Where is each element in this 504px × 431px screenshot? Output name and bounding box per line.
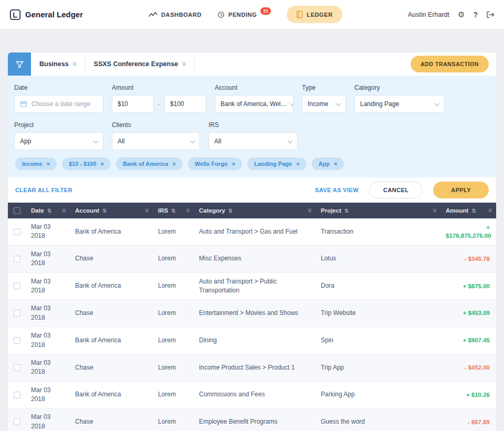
column-menu-icon[interactable]: ≡ bbox=[145, 207, 149, 214]
drag-handle-icon: ≡ bbox=[73, 60, 77, 68]
row-checkbox[interactable] bbox=[14, 228, 20, 235]
tab-separator bbox=[194, 59, 195, 69]
chip-remove-icon[interactable]: × bbox=[232, 161, 235, 167]
select-all-checkbox[interactable] bbox=[14, 207, 20, 214]
irs-label: IRS bbox=[208, 121, 298, 129]
row-checkbox[interactable] bbox=[14, 282, 20, 289]
clients-select[interactable]: All bbox=[112, 132, 200, 150]
cell-category: Employee Benefit Programs bbox=[194, 413, 316, 430]
apply-button[interactable]: APPLY bbox=[433, 182, 489, 198]
calendar-icon bbox=[20, 100, 27, 108]
sort-icon[interactable]: ⇅ bbox=[228, 208, 233, 214]
table-row: Mar 03 2018ChaseLoremEmployee Benefit Pr… bbox=[8, 408, 496, 431]
row-checkbox-cell bbox=[8, 364, 26, 371]
cell-account: Bank of America bbox=[70, 277, 153, 295]
table-row: Mar 03 2018Bank of AmericaLoremCommissio… bbox=[8, 382, 496, 409]
sort-icon[interactable]: ⇅ bbox=[102, 208, 107, 214]
cell-irs: Lorem bbox=[153, 332, 194, 349]
row-checkbox[interactable] bbox=[14, 310, 20, 317]
filter-chip[interactable]: Landing Page× bbox=[247, 157, 307, 170]
cancel-button[interactable]: CANCEL bbox=[369, 182, 423, 198]
nav-dashboard[interactable]: DASHBOARD bbox=[149, 12, 202, 18]
project-select[interactable]: App bbox=[14, 132, 103, 150]
help-icon[interactable]: ? bbox=[473, 10, 478, 19]
row-checkbox-cell bbox=[8, 392, 26, 398]
column-menu-icon[interactable]: ≡ bbox=[186, 207, 190, 214]
view-tab-business[interactable]: Business ≡ bbox=[31, 60, 85, 68]
save-as-view-link[interactable]: SAVE AS VIEW bbox=[315, 187, 359, 193]
column-header-date[interactable]: Date⇅≡ bbox=[26, 207, 70, 214]
column-header-project[interactable]: Project⇅≡ bbox=[316, 207, 440, 214]
clear-all-filter-link[interactable]: CLEAR ALL FILTER bbox=[15, 187, 72, 193]
sort-icon[interactable]: ⇅ bbox=[471, 208, 476, 214]
cell-irs: Lorem bbox=[153, 359, 194, 376]
column-header-account[interactable]: Account⇅≡ bbox=[70, 207, 153, 214]
logout-icon[interactable] bbox=[486, 11, 495, 18]
chip-remove-icon[interactable]: × bbox=[101, 161, 104, 167]
row-checkbox[interactable] bbox=[14, 337, 20, 344]
irs-select[interactable]: All bbox=[208, 132, 298, 150]
column-menu-icon[interactable]: ≡ bbox=[488, 207, 492, 214]
cell-date: Mar 03 2018 bbox=[26, 246, 70, 272]
sort-icon[interactable]: ⇅ bbox=[47, 208, 51, 214]
row-checkbox-cell bbox=[8, 228, 26, 235]
filter-chip[interactable]: $10 - $100× bbox=[62, 157, 111, 170]
filter-icon-button[interactable] bbox=[8, 52, 31, 76]
sort-icon[interactable]: ⇅ bbox=[344, 208, 349, 214]
type-select[interactable]: Income bbox=[302, 95, 346, 113]
chip-remove-icon[interactable]: × bbox=[172, 161, 175, 167]
filter-chip[interactable]: Bank of America× bbox=[116, 157, 183, 170]
row-checkbox[interactable] bbox=[14, 392, 20, 398]
chip-label: Landing Page bbox=[254, 161, 292, 167]
filter-chip[interactable]: App× bbox=[312, 157, 344, 170]
pending-count-badge: 21 bbox=[260, 7, 271, 15]
nav-pending[interactable]: PENDING 21 bbox=[217, 11, 271, 18]
column-menu-icon[interactable]: ≡ bbox=[62, 207, 66, 214]
cell-date: Mar 03 2018 bbox=[26, 327, 70, 354]
chip-label: Bank of America bbox=[123, 161, 168, 167]
filter-chip[interactable]: Wells Forgo× bbox=[188, 157, 242, 170]
table-row: Mar 03 2018ChaseLoremEntertainment > Mov… bbox=[8, 300, 496, 327]
chip-label: $10 - $100 bbox=[69, 161, 97, 167]
chip-remove-icon[interactable]: × bbox=[296, 161, 299, 167]
account-filter: Account Bank of America, Wel... bbox=[215, 82, 293, 113]
cell-project: Trip App bbox=[316, 359, 440, 376]
row-checkbox[interactable] bbox=[14, 418, 20, 425]
row-checkbox[interactable] bbox=[14, 256, 20, 262]
amount-min-field[interactable] bbox=[118, 100, 148, 108]
column-header-irs[interactable]: IRS⇅≡ bbox=[153, 207, 194, 214]
filter-chip[interactable]: Income× bbox=[15, 157, 57, 170]
settings-gear-icon[interactable]: ⚙ bbox=[458, 10, 465, 19]
row-checkbox[interactable] bbox=[14, 364, 20, 371]
cell-account: Chase bbox=[70, 304, 153, 322]
chevron-down-icon bbox=[336, 101, 341, 106]
table-row: Mar 03 2018Bank of AmericaLoremAuto and … bbox=[8, 273, 496, 300]
column-label: Category bbox=[199, 207, 225, 214]
filters-section: Date Amount - bbox=[8, 76, 496, 177]
chevron-down-icon bbox=[93, 138, 99, 143]
category-select[interactable]: Landing Page bbox=[354, 95, 445, 113]
chip-remove-icon[interactable]: × bbox=[47, 161, 50, 167]
add-transaction-button[interactable]: ADD TRANSACTION bbox=[411, 56, 489, 72]
sort-icon[interactable]: ⇅ bbox=[171, 208, 175, 214]
view-tab-row: Business ≡ SSXS Conference Expense ≡ ADD… bbox=[8, 52, 496, 76]
amount-min-box bbox=[112, 95, 154, 113]
user-name: Austin Erhardt bbox=[408, 11, 449, 18]
amount-max-field[interactable] bbox=[170, 100, 201, 108]
view-tab-ssxs-conference-expense[interactable]: SSXS Conference Expense ≡ bbox=[86, 60, 195, 68]
amount-max-box bbox=[164, 95, 206, 113]
date-range-input[interactable] bbox=[14, 95, 103, 113]
date-range-field[interactable] bbox=[32, 100, 98, 108]
account-select[interactable]: Bank of America, Wel... bbox=[215, 95, 293, 113]
column-menu-icon[interactable]: ≡ bbox=[308, 207, 311, 214]
view-tab-label: SSXS Conference Expense bbox=[94, 60, 178, 68]
nav-ledger[interactable]: LEDGER bbox=[287, 6, 342, 23]
column-header-amount[interactable]: Amount⇅≡ bbox=[440, 207, 496, 214]
cell-date: Mar 03 2018 bbox=[26, 354, 70, 381]
column-menu-icon[interactable]: ≡ bbox=[433, 207, 436, 214]
nav-label: DASHBOARD bbox=[161, 12, 202, 18]
chip-remove-icon[interactable]: × bbox=[334, 161, 337, 167]
column-header-category[interactable]: Category⇅≡ bbox=[194, 207, 316, 214]
column-label: Date bbox=[31, 207, 44, 214]
cell-category: Entertainment > Movies and Shows bbox=[194, 304, 316, 322]
